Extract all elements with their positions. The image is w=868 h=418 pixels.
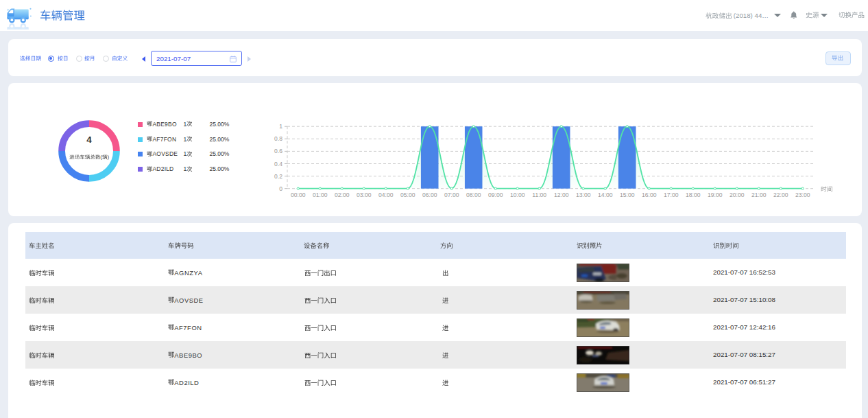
svg-text:18:00: 18:00: [686, 191, 701, 198]
svg-text:04:00: 04:00: [378, 191, 394, 198]
svg-text:09:00: 09:00: [488, 191, 503, 198]
svg-text:17:00: 17:00: [664, 191, 679, 198]
svg-text:0: 0: [279, 185, 282, 192]
svg-text:10:00: 10:00: [510, 191, 525, 198]
svg-text:23:00: 23:00: [795, 191, 810, 198]
svg-text:13:00: 13:00: [576, 191, 591, 198]
svg-text:0.4: 0.4: [274, 161, 282, 167]
svg-text:14:00: 14:00: [598, 191, 613, 198]
svg-text:21:00: 21:00: [751, 191, 767, 198]
svg-text:20:00: 20:00: [730, 191, 745, 198]
svg-text:12:00: 12:00: [554, 191, 569, 198]
svg-text:07:00: 07:00: [444, 191, 459, 198]
svg-text:22:00: 22:00: [773, 191, 788, 198]
svg-text:0.6: 0.6: [274, 148, 282, 154]
svg-text:03:00: 03:00: [357, 191, 372, 198]
svg-text:00:00: 00:00: [291, 191, 306, 198]
svg-text:11:00: 11:00: [532, 191, 546, 198]
svg-text:05:00: 05:00: [400, 191, 415, 198]
svg-text:15:00: 15:00: [620, 191, 635, 198]
svg-text:01:00: 01:00: [313, 191, 328, 198]
svg-text:0.8: 0.8: [274, 135, 282, 142]
svg-text:02:00: 02:00: [335, 191, 350, 198]
svg-text:16:00: 16:00: [642, 191, 657, 198]
svg-text:19:00: 19:00: [708, 191, 723, 198]
svg-text:06:00: 06:00: [422, 191, 437, 198]
svg-text:1: 1: [279, 123, 282, 130]
svg-text:0.2: 0.2: [274, 173, 282, 180]
svg-text:08:00: 08:00: [466, 191, 481, 198]
